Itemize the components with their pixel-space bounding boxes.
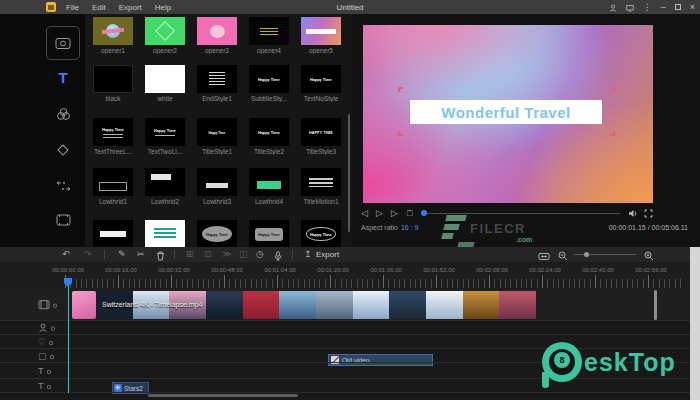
video-clip[interactable]: Switzerland 4K - Timelapse.mp4 bbox=[96, 291, 536, 319]
ruler-tick-label: 00:00:00.00 bbox=[52, 267, 84, 273]
lock-icon[interactable] bbox=[50, 355, 54, 359]
sidebar-item-transitions[interactable] bbox=[46, 136, 80, 162]
export-icon[interactable]: ↥ bbox=[304, 247, 312, 262]
step-forward-button[interactable]: ▷ bbox=[391, 207, 398, 219]
playhead-line[interactable] bbox=[68, 278, 69, 393]
duration-button[interactable]: ◷ bbox=[256, 247, 264, 262]
video-track[interactable]: Switzerland 4K - Timelapse.mp4 bbox=[0, 289, 690, 321]
filter-track[interactable]: ♡ ✳ Stars2 bbox=[0, 335, 690, 349]
lock-icon[interactable] bbox=[47, 370, 51, 374]
vertical-scrollbar[interactable] bbox=[654, 290, 657, 320]
element-track-icon: ▢ bbox=[38, 351, 47, 361]
template-item[interactable]: Happy Time bbox=[249, 220, 289, 247]
undo-button[interactable]: ↶ bbox=[62, 247, 70, 262]
timeline-zoom-slider[interactable] bbox=[574, 254, 636, 255]
template-item[interactable]: Happy TimeTextThreeL... bbox=[93, 118, 133, 155]
preview-canvas[interactable]: Wonderful Travel bbox=[363, 25, 653, 203]
selected-text-element[interactable]: Wonderful Travel bbox=[410, 100, 602, 124]
template-item[interactable]: HAPPY TIMETitleStyle3 bbox=[301, 118, 341, 155]
delete-button[interactable] bbox=[156, 247, 165, 262]
edit-button[interactable]: ✎ bbox=[118, 247, 126, 262]
record-voiceover-button[interactable] bbox=[274, 247, 282, 262]
template-thumb: Happy Time bbox=[301, 65, 341, 93]
text-track-2[interactable]: T bbox=[0, 379, 690, 393]
selection-handle[interactable] bbox=[398, 131, 403, 136]
minimize-button[interactable]: – bbox=[661, 2, 666, 12]
template-item[interactable]: black bbox=[93, 65, 133, 102]
selection-handle[interactable] bbox=[610, 87, 615, 92]
speed-button[interactable]: ≫ bbox=[222, 247, 231, 262]
template-item[interactable]: white bbox=[145, 65, 185, 102]
template-thumb bbox=[93, 168, 133, 196]
horizontal-scrollbar[interactable] bbox=[148, 394, 298, 397]
fit-timeline-icon[interactable] bbox=[538, 247, 550, 262]
thumb-text: Happy Time bbox=[310, 232, 332, 236]
zoom-out-icon[interactable] bbox=[558, 247, 568, 262]
template-item[interactable]: opener1 bbox=[93, 17, 133, 54]
media-icon bbox=[55, 34, 71, 52]
element-track[interactable]: ▢ bbox=[0, 349, 690, 363]
template-item[interactable]: Happy Time bbox=[197, 220, 237, 247]
lock-icon[interactable] bbox=[47, 385, 51, 389]
template-item[interactable]: Happy Time bbox=[301, 220, 341, 247]
selection-handle[interactable] bbox=[610, 131, 615, 136]
thumb-text: Happy Time bbox=[310, 77, 332, 81]
lock-icon[interactable] bbox=[49, 341, 53, 345]
template-item[interactable]: Happy TimeSubtitleSty... bbox=[249, 65, 289, 102]
template-thumb bbox=[93, 17, 133, 45]
account-icon[interactable] bbox=[609, 2, 617, 12]
volume-icon[interactable] bbox=[628, 207, 638, 219]
text-track-1[interactable]: T T bbox=[0, 363, 690, 379]
redo-button[interactable]: ↷ bbox=[84, 247, 92, 262]
template-item[interactable]: opener4 bbox=[249, 17, 289, 54]
feedback-icon[interactable] bbox=[626, 2, 634, 12]
step-back-button[interactable]: ◁ bbox=[361, 207, 368, 219]
sidebar-item-media[interactable] bbox=[46, 26, 80, 60]
template-item[interactable]: Lowthrid2 bbox=[145, 168, 185, 205]
zoom-slider-handle[interactable] bbox=[584, 252, 589, 257]
timeline-ruler[interactable]: 00:00:00.00 00:00:16.00 00:00:32.00 00:0… bbox=[0, 262, 690, 289]
zoom-tool-button[interactable]: ⊡ bbox=[204, 247, 212, 262]
more-menu-icon[interactable]: ⋮ bbox=[643, 2, 652, 12]
sidebar-item-text[interactable]: T bbox=[46, 64, 80, 90]
sidebar-item-filters[interactable] bbox=[46, 100, 80, 126]
zoom-in-icon[interactable] bbox=[644, 247, 654, 262]
sidebar-item-split-mode[interactable] bbox=[46, 172, 80, 198]
template-item[interactable]: Lowthrid4 bbox=[249, 168, 289, 205]
template-item[interactable]: Lowthrid3 bbox=[197, 168, 237, 205]
crop-button[interactable]: ⊞ bbox=[186, 247, 194, 262]
fullscreen-icon[interactable] bbox=[644, 207, 653, 219]
template-item[interactable]: Happy TimeTextTwoLi... bbox=[145, 118, 185, 155]
template-item[interactable]: Happy TimeTitleStyle1 bbox=[197, 118, 237, 155]
template-thumb bbox=[145, 17, 185, 45]
seek-handle[interactable] bbox=[421, 210, 427, 216]
template-scrollbar[interactable] bbox=[348, 114, 350, 232]
lock-icon[interactable] bbox=[51, 327, 55, 331]
template-item[interactable]: Happy TimeTextNoStyle bbox=[301, 65, 341, 102]
template-label: EndStyle1 bbox=[197, 95, 237, 102]
seek-bar[interactable] bbox=[424, 213, 620, 214]
template-item[interactable]: EndStyle1 bbox=[197, 65, 237, 102]
template-item[interactable]: Happy TimeTitleStyle2 bbox=[249, 118, 289, 155]
template-item[interactable]: opener2 bbox=[145, 17, 185, 54]
opener-clip[interactable] bbox=[72, 291, 96, 319]
lock-icon[interactable] bbox=[53, 304, 57, 308]
pip-track[interactable]: Old video bbox=[0, 321, 690, 335]
titlebar: File Edit Export Help Untitled ⋮ – × bbox=[0, 0, 700, 14]
sidebar-item-elements[interactable] bbox=[46, 206, 80, 232]
export-button[interactable]: Export bbox=[316, 247, 339, 262]
aspect-ratio-value[interactable]: 16 : 9 bbox=[401, 224, 419, 231]
stop-button[interactable]: □ bbox=[407, 207, 412, 219]
play-button[interactable]: ▷ bbox=[376, 207, 383, 219]
split-button[interactable]: ✂ bbox=[137, 247, 145, 262]
selection-handle[interactable] bbox=[398, 87, 403, 92]
template-item[interactable]: Lowthrid1 bbox=[93, 168, 133, 205]
template-item[interactable] bbox=[93, 220, 133, 247]
template-item[interactable]: opener3 bbox=[197, 17, 237, 54]
template-item[interactable]: TitleMotion1 bbox=[301, 168, 341, 205]
maximize-button[interactable] bbox=[675, 4, 681, 10]
template-item[interactable] bbox=[145, 220, 185, 247]
close-button[interactable]: × bbox=[690, 2, 695, 12]
freeze-frame-button[interactable]: ◫ bbox=[239, 247, 248, 262]
template-item[interactable]: opener5 bbox=[301, 17, 341, 54]
